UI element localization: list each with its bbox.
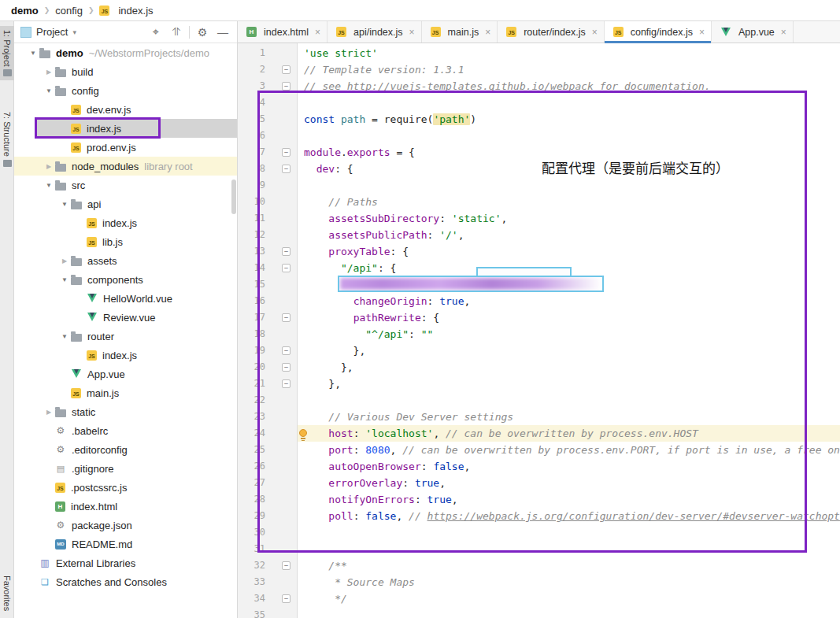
tree-item-build[interactable]: ▶build xyxy=(14,62,237,81)
line-number[interactable]: 22 xyxy=(238,392,269,409)
tool-stripe-favorites[interactable]: Favorites xyxy=(0,572,14,615)
code-text[interactable] xyxy=(298,94,840,111)
line-number[interactable]: 14 xyxy=(238,260,269,276)
code-text[interactable]: changeOrigin: true, xyxy=(298,293,840,309)
line-number[interactable]: 3 xyxy=(238,78,269,94)
code-text[interactable]: 'use strict' xyxy=(298,45,840,61)
tool-stripe-project[interactable]: 1: Project xyxy=(0,26,14,80)
tree-item-readme-md[interactable]: MDREADME.md xyxy=(14,535,237,553)
line-number[interactable]: 5 xyxy=(238,111,269,128)
line-number[interactable]: 31 xyxy=(238,541,269,557)
code-text[interactable]: "/api": { xyxy=(298,260,840,276)
line-number[interactable]: 1 xyxy=(238,45,269,61)
line-number[interactable]: 29 xyxy=(238,508,269,524)
editor-tab-index-html[interactable]: Hindex.html× xyxy=(238,21,327,43)
expand-arrow-icon[interactable]: ▼ xyxy=(58,201,71,208)
tree-item-main-js[interactable]: JSmain.js xyxy=(14,383,237,402)
line-number[interactable]: 30 xyxy=(238,524,269,541)
line-number[interactable]: 9 xyxy=(238,177,269,194)
line-number[interactable]: 26 xyxy=(238,458,269,475)
line-number[interactable]: 32 xyxy=(238,557,269,574)
line-number[interactable]: 33 xyxy=(238,574,269,590)
tree-item-package-json[interactable]: ⚙package.json xyxy=(14,516,237,535)
code-text[interactable]: }, xyxy=(298,359,840,376)
fold-marker-icon[interactable] xyxy=(269,161,298,177)
code-text[interactable]: "^/api": "" xyxy=(298,326,840,342)
project-scrollbar-thumb[interactable] xyxy=(231,179,236,214)
expand-arrow-icon[interactable]: ▶ xyxy=(43,163,55,170)
fold-marker-icon[interactable] xyxy=(269,376,298,392)
code-text[interactable]: module.exports = { xyxy=(298,144,840,161)
code-text[interactable]: }, xyxy=(298,342,840,359)
code-text[interactable]: assetsPublicPath: '/', xyxy=(298,227,840,243)
line-number[interactable]: 35 xyxy=(238,607,269,618)
editor-tab-api-index-js[interactable]: JSapi/index.js× xyxy=(327,21,422,43)
fold-marker-icon[interactable] xyxy=(269,243,298,260)
code-text[interactable]: // Various Dev Server settings xyxy=(298,409,840,425)
code-text[interactable]: errorOverlay: true, xyxy=(298,475,840,491)
locate-file-button[interactable]: ⌖ xyxy=(148,25,164,39)
expand-arrow-icon[interactable]: ▶ xyxy=(43,409,55,416)
tree-item--editorconfig[interactable]: ⚙.editorconfig xyxy=(14,440,237,459)
fold-marker-icon[interactable] xyxy=(269,260,298,276)
code-text[interactable] xyxy=(298,524,840,541)
fold-marker-icon[interactable] xyxy=(269,590,298,607)
code-text[interactable]: * Source Maps xyxy=(298,574,840,590)
tree-item-src[interactable]: ▼src xyxy=(14,176,237,194)
expand-arrow-icon[interactable]: ▼ xyxy=(58,333,71,340)
tree-item--postcssrc-js[interactable]: JS.postcssrc.js xyxy=(14,478,237,497)
code-text[interactable]: notifyOnErrors: true, xyxy=(298,491,840,508)
tree-item-dev-env-js[interactable]: JSdev.env.js xyxy=(14,100,237,119)
tree-item-config[interactable]: ▼config xyxy=(14,81,237,100)
fold-marker-icon[interactable] xyxy=(269,144,298,161)
line-number[interactable]: 8 xyxy=(238,161,269,177)
close-tab-icon[interactable]: × xyxy=(409,27,415,38)
line-number[interactable]: 15 xyxy=(238,276,269,293)
breadcrumb-item[interactable]: config xyxy=(55,5,83,17)
line-number[interactable]: 17 xyxy=(238,309,269,326)
code-text[interactable] xyxy=(298,177,840,194)
tool-stripe-structure[interactable]: 7: Structure xyxy=(0,108,14,171)
close-tab-icon[interactable]: × xyxy=(315,27,320,38)
tree-item-demo[interactable]: ▼demo~/WebstormProjects/demo xyxy=(14,43,237,62)
tree-item-assets[interactable]: ▶assets xyxy=(14,251,237,270)
tree-item-index-html[interactable]: Hindex.html xyxy=(14,497,237,516)
tree-item-node-modules[interactable]: ▶node_moduleslibrary root xyxy=(14,157,237,176)
line-number[interactable]: 24 xyxy=(238,425,269,442)
collapse-all-button[interactable]: ⥣ xyxy=(168,25,184,39)
gear-icon[interactable]: ⚙ xyxy=(194,26,210,39)
code-editor[interactable]: 1'use strict'2// Template version: 1.3.1… xyxy=(238,43,840,618)
line-number[interactable]: 28 xyxy=(238,491,269,508)
tree-item-index-js[interactable]: JSindex.js xyxy=(14,213,237,232)
code-text[interactable]: // Paths xyxy=(298,194,840,210)
line-number[interactable]: 18 xyxy=(238,326,269,342)
code-text[interactable]: */ xyxy=(298,590,840,607)
fold-marker-icon[interactable] xyxy=(269,342,298,359)
code-text[interactable]: /** xyxy=(298,557,840,574)
editor-tab-router-index-js[interactable]: JSrouter/index.js× xyxy=(498,21,605,43)
fold-marker-icon[interactable] xyxy=(269,61,298,78)
line-number[interactable]: 10 xyxy=(238,194,269,210)
line-number[interactable]: 19 xyxy=(238,342,269,359)
tree-item-review-vue[interactable]: Review.vue xyxy=(14,308,237,327)
code-text[interactable] xyxy=(298,392,840,409)
code-text[interactable] xyxy=(298,276,840,293)
tree-item-router[interactable]: ▼router xyxy=(14,327,237,346)
line-number[interactable]: 34 xyxy=(238,590,269,607)
breadcrumb-item[interactable]: index.js xyxy=(118,5,153,17)
line-number[interactable]: 4 xyxy=(238,94,269,111)
code-text[interactable]: dev: { xyxy=(298,161,840,177)
code-text[interactable]: host: 'localhost', // can be overwritten… xyxy=(298,425,840,442)
editor-tab-app-vue[interactable]: App.vue× xyxy=(712,21,794,43)
tree-item-index-js[interactable]: JSindex.js xyxy=(14,119,237,138)
code-text[interactable]: // Template version: 1.3.1 xyxy=(298,61,840,78)
expand-arrow-icon[interactable]: ▼ xyxy=(27,50,39,57)
expand-arrow-icon[interactable]: ▶ xyxy=(58,257,71,265)
line-number[interactable]: 27 xyxy=(238,475,269,491)
line-number[interactable]: 7 xyxy=(238,144,269,161)
line-number[interactable]: 12 xyxy=(238,227,269,243)
code-text[interactable] xyxy=(298,607,840,618)
tree-item-components[interactable]: ▼components xyxy=(14,270,237,289)
tree-item--gitignore[interactable]: ▤.gitignore xyxy=(14,459,237,478)
line-number[interactable]: 13 xyxy=(238,243,269,260)
